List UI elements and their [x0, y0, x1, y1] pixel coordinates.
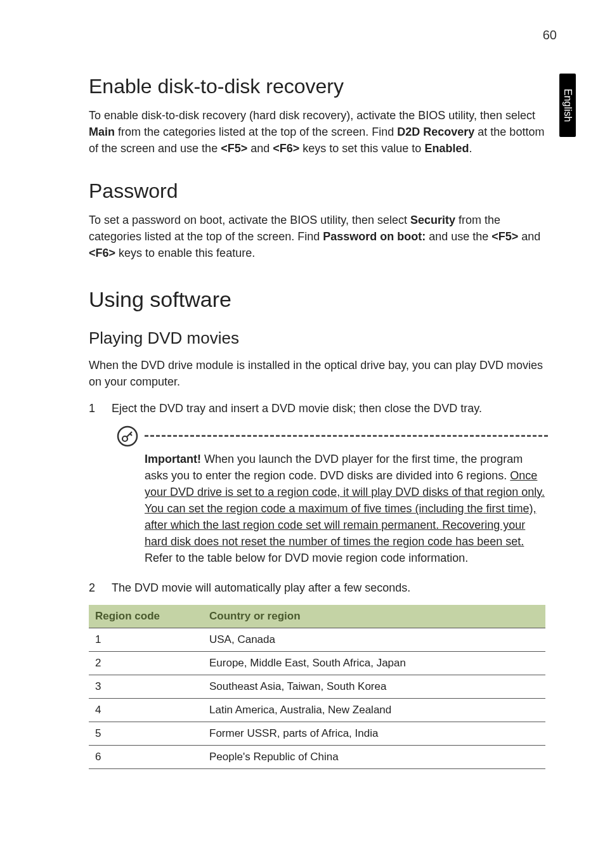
- step-2: 2 The DVD movie will automatically play …: [89, 580, 545, 596]
- step-2-text: The DVD movie will automatically play af…: [112, 580, 545, 596]
- th-country: Country or region: [203, 605, 545, 628]
- cell-code: 5: [89, 722, 203, 745]
- text: To enable disk-to-disk recovery (hard di…: [89, 109, 535, 122]
- bold-f6: <F6>: [89, 247, 115, 259]
- text: and: [518, 230, 540, 243]
- key-icon: [117, 425, 138, 447]
- bold-enabled: Enabled: [424, 142, 469, 155]
- cell-code: 6: [89, 745, 203, 768]
- cell-code: 4: [89, 698, 203, 722]
- note-block: Important! When you launch the DVD playe…: [117, 425, 548, 567]
- heading-enable-recovery: Enable disk-to-disk recovery: [89, 75, 561, 98]
- bold-main: Main: [89, 126, 115, 138]
- text: keys to set this value to: [299, 142, 424, 155]
- text: from the categories listed at the top of…: [115, 126, 397, 138]
- table-row: 2 Europe, Middle East, South Africa, Jap…: [89, 651, 545, 675]
- cell-code: 2: [89, 651, 203, 675]
- bold-f5: <F5>: [221, 142, 247, 155]
- note-text: Important! When you launch the DVD playe…: [145, 451, 548, 567]
- text: and: [247, 142, 273, 155]
- heading-playing-dvd: Playing DVD movies: [89, 328, 561, 348]
- language-tab: English: [559, 74, 576, 137]
- table-row: 3 Southeast Asia, Taiwan, South Korea: [89, 675, 545, 698]
- note-p2: Refer to the table below for DVD movie r…: [145, 552, 468, 564]
- cell-country: Former USSR, parts of Africa, India: [203, 722, 545, 745]
- cell-country: USA, Canada: [203, 628, 545, 651]
- step-1-num: 1: [89, 400, 112, 417]
- para-dvd-intro: When the DVD drive module is installed i…: [89, 357, 545, 390]
- text: .: [469, 142, 472, 155]
- cell-code: 3: [89, 675, 203, 698]
- th-region-code: Region code: [89, 605, 203, 628]
- note-important: Important!: [145, 453, 201, 465]
- cell-code: 1: [89, 628, 203, 651]
- bold-f6: <F6>: [273, 142, 299, 155]
- bold-f5: <F5>: [491, 230, 518, 243]
- bold-pw-on-boot: Password on boot:: [323, 230, 426, 243]
- step-1: 1 Eject the DVD tray and insert a DVD mo…: [89, 400, 545, 417]
- cell-country: Latin America, Australia, New Zealand: [203, 698, 545, 722]
- step-2-num: 2: [89, 580, 112, 596]
- text: and use the: [426, 230, 491, 243]
- step-1-text: Eject the DVD tray and insert a DVD movi…: [112, 400, 545, 417]
- note-p1: When you launch the DVD player for the f…: [145, 453, 523, 482]
- cell-country: Europe, Middle East, South Africa, Japan: [203, 651, 545, 675]
- heading-using-software: Using software: [89, 287, 561, 312]
- para-password: To set a password on boot, activate the …: [89, 212, 545, 261]
- cell-country: People's Republic of China: [203, 745, 545, 768]
- para-enable-recovery: To enable disk-to-disk recovery (hard di…: [89, 107, 545, 157]
- heading-password: Password: [89, 179, 561, 203]
- table-row: 6 People's Republic of China: [89, 745, 545, 768]
- note-divider: [145, 435, 548, 437]
- table-row: 4 Latin America, Australia, New Zealand: [89, 698, 545, 722]
- region-table: Region code Country or region 1 USA, Can…: [89, 605, 545, 769]
- table-row: 1 USA, Canada: [89, 628, 545, 651]
- cell-country: Southeast Asia, Taiwan, South Korea: [203, 675, 545, 698]
- bold-d2d: D2D Recovery: [397, 126, 474, 138]
- svg-line-3: [130, 434, 132, 436]
- bold-security: Security: [410, 214, 455, 226]
- page-number: 60: [543, 28, 557, 42]
- page: 60 English Enable disk-to-disk recovery …: [0, 0, 605, 868]
- text: To set a password on boot, activate the …: [89, 214, 410, 226]
- text: keys to enable this feature.: [115, 247, 255, 259]
- table-row: 5 Former USSR, parts of Africa, India: [89, 722, 545, 745]
- table-header-row: Region code Country or region: [89, 605, 545, 628]
- note-icon-row: [117, 425, 548, 447]
